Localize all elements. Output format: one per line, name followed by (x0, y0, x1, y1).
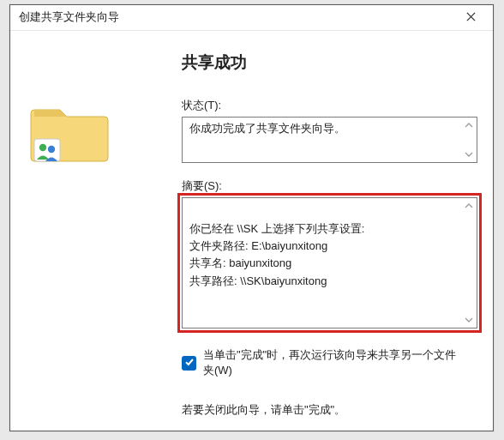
status-label: 状态(T): (182, 98, 467, 113)
content-area: 共享成功 状态(T): 你成功完成了共享文件夹向导。 摘要(S): 你已经在 \… (10, 31, 493, 431)
scroll-up-icon[interactable] (464, 201, 474, 211)
left-pane (29, 98, 132, 166)
shared-folder-icon (29, 98, 111, 166)
titlebar: 创建共享文件夹向导 (10, 5, 493, 31)
wizard-window: 创建共享文件夹向导 (9, 4, 494, 431)
summary-text: 你已经在 \\SK 上选择下列共享设置: 文件夹路径: E:\baiyunxit… (189, 222, 364, 286)
checkmark-icon (184, 357, 195, 370)
right-pane: 共享成功 状态(T): 你成功完成了共享文件夹向导。 摘要(S): 你已经在 \… (182, 51, 467, 418)
run-again-checkbox-row[interactable]: 当单击"完成"时，再次运行该向导来共享另一个文件夹(W) (182, 347, 467, 378)
svg-point-2 (48, 146, 55, 153)
svg-point-1 (39, 144, 46, 151)
summary-label: 摘要(S): (182, 178, 467, 194)
summary-textbox[interactable]: 你已经在 \\SK 上选择下列共享设置: 文件夹路径: E:\baiyunxit… (182, 197, 477, 328)
close-button[interactable] (453, 6, 488, 30)
run-again-checkbox[interactable] (182, 356, 196, 371)
window-title: 创建共享文件夹向导 (19, 10, 453, 25)
close-note: 若要关闭此向导，请单击"完成"。 (182, 402, 467, 418)
scroll-up-icon[interactable] (464, 120, 474, 130)
page-title: 共享成功 (182, 51, 467, 74)
close-icon (466, 11, 476, 24)
status-textbox[interactable]: 你成功完成了共享文件夹向导。 (182, 117, 477, 163)
status-text: 你成功完成了共享文件夹向导。 (189, 122, 345, 135)
run-again-label: 当单击"完成"时，再次运行该向导来共享另一个文件夹(W) (203, 347, 467, 378)
scroll-down-icon[interactable] (464, 149, 474, 160)
scroll-down-icon[interactable] (464, 315, 474, 325)
